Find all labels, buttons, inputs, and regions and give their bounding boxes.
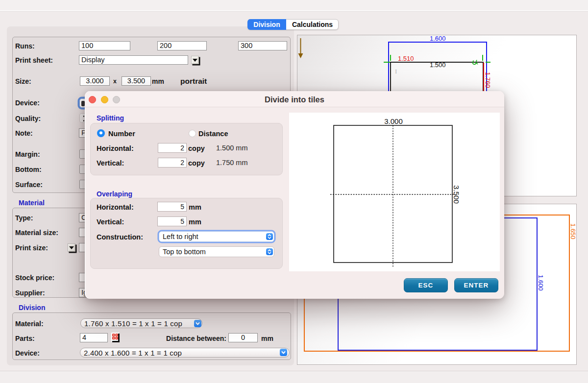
svg-text:3.000: 3.000: [384, 117, 403, 125]
svg-text:3.500: 3.500: [452, 185, 461, 204]
